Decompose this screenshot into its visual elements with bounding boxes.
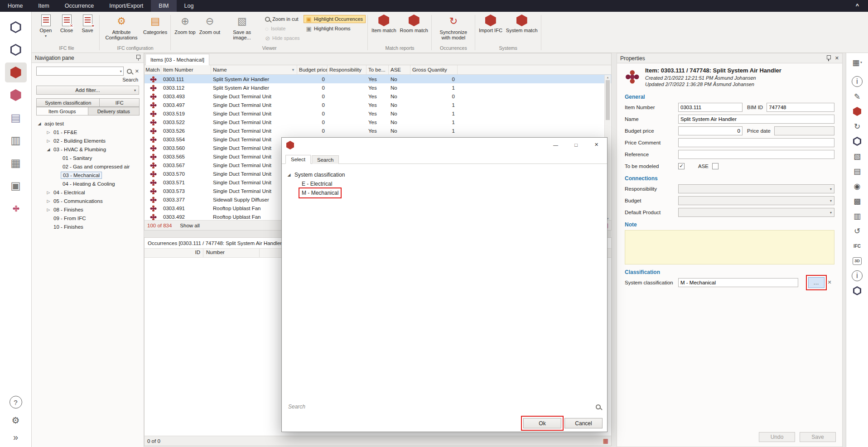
table-row[interactable]: 0303.522Single Duct Terminal Unit0YesNo1 [145, 118, 611, 126]
tree-item-system-classification[interactable]: ◢ System classification [286, 170, 607, 179]
settings-gear-icon[interactable]: ⚙ [12, 415, 20, 426]
default-product-select[interactable]: ▾ [678, 208, 834, 217]
price-comment-field[interactable] [678, 138, 834, 147]
ase-checkbox[interactable] [712, 163, 719, 169]
column-header-gross-quantity[interactable]: Gross Quantity [410, 65, 458, 74]
dialog-search-input[interactable] [288, 404, 596, 410]
browse-classification-button[interactable]: ... [808, 277, 825, 288]
scrollbar-thumb[interactable] [606, 80, 610, 120]
tree-item-01-ff-e[interactable]: ▷01 - FF&E [32, 128, 144, 136]
maximize-button[interactable]: □ [566, 138, 586, 151]
tree-item-02-building-elements[interactable]: ▷02 - Building Elements [32, 136, 144, 145]
clear-search-icon[interactable]: ✕ [135, 68, 139, 74]
import-ifc-button[interactable]: Import IFC [477, 13, 504, 45]
open-button[interactable]: Open▾ [36, 13, 56, 45]
reference-field[interactable] [678, 150, 834, 159]
column-header-responsibility[interactable]: Responsibility [328, 65, 366, 74]
column-header-number[interactable]: Number [203, 249, 260, 257]
tab-delivery-status[interactable]: Delivery status [88, 107, 140, 115]
threed-badge[interactable]: 3D [849, 254, 866, 268]
show-all-link[interactable]: Show all [180, 223, 199, 228]
menu-item-import-export[interactable]: Import/Export [101, 0, 151, 12]
bim-module-icon[interactable] [5, 62, 27, 82]
save-button[interactable]: ▾Save [77, 13, 97, 45]
items-module-icon[interactable] [5, 17, 27, 37]
expander-closed-icon[interactable]: ▷ [45, 190, 52, 195]
design-icon[interactable]: ▩ [849, 194, 866, 208]
ifc-label[interactable]: IFC [849, 239, 866, 253]
zoom-out-button[interactable]: ⊖Zoom out [198, 13, 222, 45]
tree-item-03-mechanical[interactable]: 03 - Mechanical [32, 171, 144, 179]
catalog-icon[interactable]: ▦ [5, 153, 27, 173]
filter-search-input[interactable] [38, 68, 120, 74]
import-export-module-icon[interactable] [5, 40, 27, 60]
scroll-up-icon[interactable]: ▴ [605, 76, 611, 79]
expander-open-icon[interactable]: ◢ [286, 173, 292, 177]
budget-price-field[interactable] [678, 126, 743, 135]
to-be-modeled-checkbox[interactable]: ✓ [678, 163, 685, 169]
tab-ifc[interactable]: IFC [99, 98, 140, 107]
price-date-field[interactable] [774, 126, 834, 135]
column-header-to-be[interactable]: To be... [366, 65, 389, 74]
tab-search[interactable]: Search [312, 155, 339, 164]
pin-icon[interactable] [826, 55, 831, 62]
cube-icon[interactable] [849, 284, 866, 298]
column-header-item-number[interactable]: Item Number [161, 65, 211, 74]
room-match-button[interactable]: Room match [399, 13, 429, 45]
close-panel-icon[interactable]: ✕ [835, 55, 839, 61]
minimize-button[interactable]: — [545, 138, 566, 151]
tab-select[interactable]: Select [285, 155, 311, 164]
search-link[interactable]: Search [122, 77, 138, 82]
relations-icon[interactable] [5, 198, 27, 218]
column-header-ase[interactable]: ASE [389, 65, 410, 74]
reports-icon[interactable]: ▥ [5, 130, 27, 150]
menu-item-occurrence[interactable]: Occurrence [57, 0, 102, 12]
expander-closed-icon[interactable]: ▷ [45, 130, 52, 135]
close-button[interactable]: ✕ [586, 138, 607, 151]
grid-export-icon[interactable]: ▦ [603, 437, 608, 444]
table-row[interactable]: 0303.111Split System Air Handler0YesNo0 [145, 75, 611, 83]
table-row[interactable]: 0303.526Single Duct Terminal Unit0YesNo1 [145, 126, 611, 135]
bim-id-field[interactable] [767, 103, 834, 112]
tree-item-asjo-test[interactable]: ◢asjo test [32, 119, 144, 128]
camera-icon[interactable]: ◉ [849, 179, 866, 193]
expand-sidebar-icon[interactable]: » [13, 432, 18, 442]
column-header-match[interactable]: Match [145, 65, 161, 74]
model-cube-icon[interactable] [849, 135, 866, 148]
budget-select[interactable]: ▾ [678, 196, 834, 205]
pin-icon[interactable] [136, 55, 140, 61]
items-tab[interactable]: Items [03 - Mechanical] [145, 54, 209, 65]
info-circle-icon[interactable]: i [849, 269, 866, 283]
tree-item-02-gas-and-compressed-air[interactable]: 02 - Gas and compressed air [32, 162, 144, 171]
occurrences-module-icon[interactable] [5, 85, 27, 105]
menu-item-home[interactable]: Home [0, 0, 30, 12]
name-field[interactable] [678, 115, 834, 124]
tab-system-classification[interactable]: System classification [36, 98, 100, 107]
attachments-icon[interactable]: ▤ [5, 108, 27, 128]
tree-item-04-heating-cooling[interactable]: 04 - Heating & Cooling [32, 179, 144, 188]
tree-item-09-from-ifc[interactable]: 09 - From IFC [32, 214, 144, 222]
tree-item-m-mechanical[interactable]: M - Mechanical [286, 188, 607, 197]
column-header-id[interactable]: ID [145, 249, 203, 257]
info-icon[interactable]: i [849, 75, 866, 88]
save-as-image-button[interactable]: ▧Save as image... [222, 13, 261, 45]
menu-item-bim[interactable]: BIM [151, 0, 176, 12]
table-row[interactable]: 0303.112Split System Air Handler0YesNo1 [145, 83, 611, 92]
expander-open-icon[interactable]: ◢ [36, 121, 43, 126]
tree-item-05-communications[interactable]: ▷05 - Communications [32, 197, 144, 205]
item-match-button[interactable]: Item match [370, 13, 397, 45]
ok-button[interactable]: Ok [523, 418, 561, 428]
expander-closed-icon[interactable]: ▷ [45, 199, 52, 203]
table-row[interactable]: 0303.493Single Duct Terminal Unit0YesNo0 [145, 92, 611, 101]
system-match-button[interactable]: System match [505, 13, 539, 45]
tree-item-e-electrical[interactable]: E - Electrical [286, 179, 607, 188]
search-dropdown-caret-icon[interactable]: ▾ [120, 69, 122, 73]
column-header-budget-price[interactable]: Budget price [297, 65, 328, 74]
filter-search-box[interactable]: ▾ [36, 67, 124, 76]
tab-item-groups[interactable]: Item Groups [36, 107, 88, 115]
menu-item-item[interactable]: Item [30, 0, 57, 12]
menu-item-log[interactable]: Log [177, 0, 202, 12]
zoom-top-button[interactable]: ⊕Zoom top [173, 13, 197, 45]
help-icon[interactable]: ? [10, 396, 22, 409]
undo-button[interactable]: Undo [759, 432, 795, 442]
